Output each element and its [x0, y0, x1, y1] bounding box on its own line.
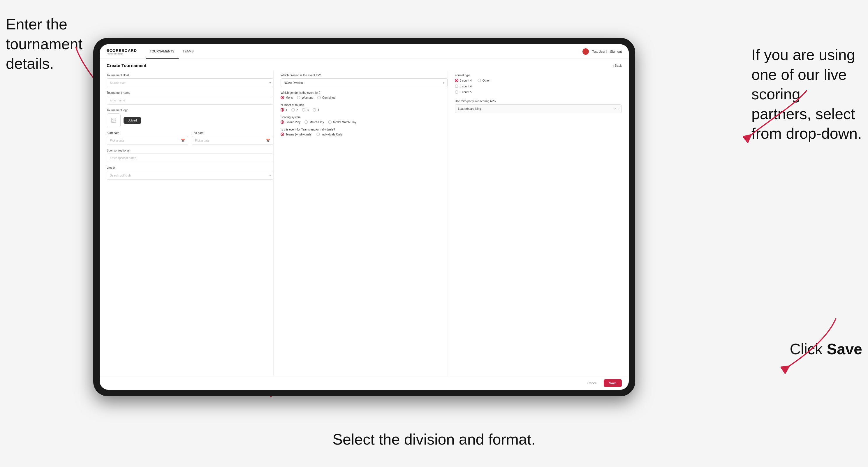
- event-for-teams-radio[interactable]: [281, 132, 284, 136]
- rounds-3[interactable]: 3: [302, 108, 309, 112]
- nav-tab-tournaments[interactable]: TOURNAMENTS: [146, 44, 179, 59]
- live-scoring-clear-icon[interactable]: ✕: [614, 107, 617, 111]
- format-6count5-radio[interactable]: [455, 90, 458, 94]
- scoring-medal-match-play-radio[interactable]: [328, 120, 332, 124]
- save-button[interactable]: Save: [604, 379, 622, 387]
- venue-input[interactable]: Search golf club: [106, 171, 273, 180]
- rounds-1-label: 1: [285, 108, 287, 112]
- tournament-name-input[interactable]: Enter name: [106, 96, 273, 104]
- division-label: Which division is the event for?: [281, 74, 447, 77]
- scoring-match-play-radio[interactable]: [305, 120, 308, 124]
- format-6count5-label: 6 count 5: [460, 91, 472, 94]
- sponsor-label: Sponsor (optional): [106, 149, 273, 152]
- format-5count4[interactable]: 5 count 4: [455, 79, 472, 82]
- page-header: Create Tournament ‹ Back: [100, 59, 629, 71]
- upload-button[interactable]: Upload: [124, 117, 141, 124]
- form-footer: Cancel Save: [100, 376, 629, 390]
- end-date-input[interactable]: Pick a date 📅: [192, 136, 273, 145]
- start-date-input[interactable]: Pick a date 📅: [106, 136, 188, 145]
- form-area: Tournament Host Search team ▾ Tournament…: [100, 71, 629, 376]
- logo-placeholder: [106, 113, 121, 127]
- svg-point-1: [113, 119, 113, 120]
- date-row: Start date Pick a date 📅 End date Pick a…: [106, 131, 273, 145]
- format-other[interactable]: Other: [477, 79, 490, 82]
- division-section: Which division is the event for? NCAA Di…: [281, 74, 447, 87]
- nav-signout[interactable]: Sign out: [610, 50, 622, 53]
- live-scoring-input[interactable]: Leaderboard King ✕ ⁝: [455, 104, 622, 113]
- gender-combined-radio[interactable]: [317, 96, 321, 99]
- venue-input-wrapper: Search golf club ▾: [106, 171, 273, 180]
- scoring-stroke-play-radio[interactable]: [281, 120, 284, 124]
- rounds-4[interactable]: 4: [313, 108, 319, 112]
- event-for-individuals-radio[interactable]: [316, 132, 320, 136]
- form-column-2: Which division is the event for? NCAA Di…: [281, 71, 447, 376]
- format-6count5[interactable]: 6 count 5: [455, 90, 622, 94]
- scoring-match-play-label: Match Play: [309, 121, 324, 124]
- gender-mens[interactable]: Mens: [281, 96, 292, 99]
- live-scoring-value: Leaderboard King: [458, 107, 482, 111]
- rounds-2-radio[interactable]: [291, 108, 295, 112]
- event-for-section: Is this event for Teams and/or Individua…: [281, 128, 447, 136]
- rounds-4-label: 4: [318, 108, 319, 112]
- format-5count4-radio[interactable]: [455, 79, 458, 82]
- rounds-section: Number of rounds 1 2 3: [281, 103, 447, 112]
- scoring-match-play[interactable]: Match Play: [305, 120, 324, 124]
- division-select[interactable]: NCAA Division I ▾: [281, 79, 447, 87]
- format-6count4-label: 6 count 4: [460, 85, 472, 88]
- gender-womens-label: Womens: [302, 96, 313, 99]
- format-type-section: Format type 5 count 4 Other: [455, 74, 622, 94]
- cancel-button[interactable]: Cancel: [584, 380, 601, 386]
- event-for-teams[interactable]: Teams (+Individuals): [281, 132, 312, 136]
- rounds-4-radio[interactable]: [313, 108, 316, 112]
- tournament-host-input[interactable]: Search team: [106, 79, 273, 87]
- back-link[interactable]: ‹ Back: [613, 64, 622, 67]
- gender-combined[interactable]: Combined: [317, 96, 336, 99]
- format-other-radio[interactable]: [477, 79, 481, 82]
- annotation-enter-tournament: Enter the tournament details.: [6, 14, 87, 74]
- scoring-radio-group: Stroke Play Match Play Medal Match Play: [281, 120, 447, 124]
- live-scoring-caret-icon[interactable]: ⁝: [618, 107, 619, 111]
- annotation-click-save: Click Save: [789, 339, 862, 359]
- tournament-name-label: Tournament name: [106, 91, 273, 94]
- event-for-individuals[interactable]: Individuals Only: [316, 132, 342, 136]
- division-input-wrapper: NCAA Division I ▾: [281, 79, 447, 87]
- gender-womens-radio[interactable]: [297, 96, 301, 99]
- page-title: Create Tournament: [106, 63, 146, 68]
- end-date-label: End date: [192, 131, 273, 134]
- scoring-medal-match-play[interactable]: Medal Match Play: [328, 120, 356, 124]
- nav-tabs: TOURNAMENTS TEAMS: [146, 44, 198, 59]
- event-for-teams-label: Teams (+Individuals): [285, 133, 312, 136]
- rounds-1[interactable]: 1: [281, 108, 287, 112]
- venue-section: Venue Search golf club ▾: [106, 166, 273, 180]
- format-options: 5 count 4 Other 6 count 4: [455, 79, 622, 94]
- format-type-label: Format type: [455, 74, 622, 77]
- gender-womens[interactable]: Womens: [297, 96, 313, 99]
- search-icon: ▾: [269, 81, 271, 85]
- event-for-label: Is this event for Teams and/or Individua…: [281, 128, 447, 131]
- division-value: NCAA Division I: [284, 81, 305, 85]
- rounds-3-radio[interactable]: [302, 108, 305, 112]
- venue-search-icon: ▾: [269, 173, 271, 178]
- gender-combined-label: Combined: [322, 96, 336, 99]
- rounds-1-radio[interactable]: [281, 108, 284, 112]
- nav-bar: SCOREBOARD Powered by clippi TOURNAMENTS…: [100, 44, 629, 59]
- scoring-stroke-play[interactable]: Stroke Play: [281, 120, 301, 124]
- division-arrow-icon: ▾: [443, 81, 444, 85]
- venue-placeholder: Search golf club: [110, 174, 131, 177]
- end-date-placeholder: Pick a date: [195, 139, 209, 142]
- tournament-logo-section: Tournament logo Upload: [106, 109, 273, 127]
- format-6count4-radio[interactable]: [455, 85, 458, 88]
- nav-logo-sub: Powered by clippi: [106, 53, 137, 55]
- rounds-label: Number of rounds: [281, 103, 447, 106]
- rounds-2[interactable]: 2: [291, 108, 298, 112]
- format-6count4[interactable]: 6 count 4: [455, 85, 622, 88]
- nav-tab-teams[interactable]: TEAMS: [179, 44, 198, 59]
- tablet-screen: SCOREBOARD Powered by clippi TOURNAMENTS…: [100, 44, 629, 390]
- nav-logo-main: SCOREBOARD: [106, 49, 137, 53]
- gender-mens-radio[interactable]: [281, 96, 284, 99]
- sponsor-input[interactable]: Enter sponsor name: [106, 154, 273, 162]
- end-date-field: End date Pick a date 📅: [192, 131, 273, 145]
- start-date-placeholder: Pick a date: [110, 139, 124, 142]
- gender-mens-label: Mens: [285, 96, 292, 99]
- event-for-radio-group: Teams (+Individuals) Individuals Only: [281, 132, 447, 136]
